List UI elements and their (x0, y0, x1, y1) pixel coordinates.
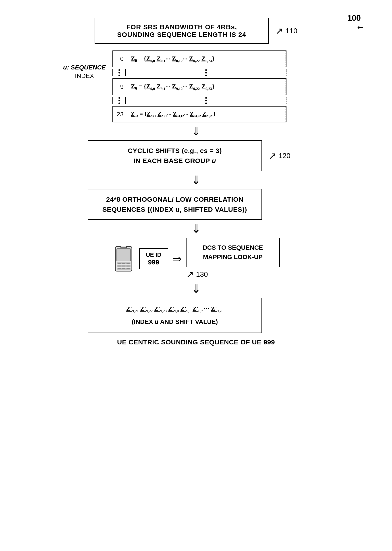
output-sublabel: (INDEX u AND SHIFT VALUE) (95, 316, 255, 327)
phone-svg (113, 246, 134, 272)
seq-content-9: Z9 = {Z9,0 Z9,1⋯ Z9,12⋯ Z9,22 Z9,23} (126, 79, 286, 95)
block-orthogonal-line1: 24*8 ORTHOGONAL/ LOW CORRELATION (97, 194, 252, 204)
dot (205, 102, 207, 104)
seq-content-23: Z23 = {Z23,0 Z23,1⋯ Z23,12⋯ Z23,22 Z23,2… (126, 107, 286, 122)
block-110-line1: FOR SRS BANDWIDTH OF 4RBs, (104, 23, 259, 31)
down-arrow-icon-1: ⇓ (191, 125, 201, 138)
block-110: FOR SRS BANDWIDTH OF 4RBs, SOUNDING SEQU… (95, 18, 269, 44)
dot (205, 69, 207, 71)
output-box: Z'9,21 Z'9,22 Z'9,23 Z'9,0 Z'9,1 Z'9,2⋯ … (88, 298, 262, 333)
svg-rect-13 (122, 268, 125, 269)
label-110-text: 110 (285, 27, 297, 35)
seq-index-9: 9 (113, 79, 126, 95)
ue-section: UE ID 999 ⇒ DCS TO SEQUENCE MAPPING LOOK… (18, 238, 374, 280)
dot (119, 100, 120, 102)
dot (119, 69, 120, 71)
dot (205, 97, 207, 99)
dots-right-1 (126, 69, 287, 76)
block-110-wrapper: FOR SRS BANDWIDTH OF 4RBs, SOUNDING SEQU… (18, 18, 374, 44)
block-130-line1: DCS TO SEQUENCE (193, 243, 273, 252)
output-box-wrapper: Z'9,21 Z'9,22 Z'9,23 Z'9,0 Z'9,1 Z'9,2⋯ … (18, 298, 374, 333)
seq-index-0: 0 (113, 51, 126, 67)
svg-rect-14 (126, 268, 130, 269)
label-120-text: 120 (279, 152, 290, 160)
block-120: CYCLIC SHIFTS (e.g., cs = 3) IN EACH BAS… (88, 140, 262, 171)
label-120: ↗ 120 (269, 150, 304, 161)
svg-rect-1 (117, 249, 131, 261)
seq-row-0: 0 Z0 = {Z0,0 Z0,1⋯ Z0,12⋯ Z0,22 Z0,23} (112, 51, 287, 67)
footer-label: UE CENTRIC SOUNDING SEQUENCE OF UE 999 (117, 338, 275, 346)
dot (205, 75, 207, 76)
dot (205, 72, 207, 73)
right-arrow-icon: ⇒ (173, 253, 182, 265)
label-130-text: 130 (196, 270, 208, 278)
block-110-line2: SOUNDING SEQUENCE LENGTH IS 24 (104, 31, 259, 38)
dot (205, 100, 207, 102)
seq-content-0: Z0 = {Z0,0 Z0,1⋯ Z0,12⋯ Z0,22 Z0,23} (126, 51, 286, 67)
ue-id-box: UE ID 999 (139, 248, 168, 269)
seq-row-23: 23 Z23 = {Z23,0 Z23,1⋯ Z23,12⋯ Z23,22 Z2… (112, 106, 287, 122)
dot (119, 97, 120, 99)
down-arrow-icon-3: ⇓ (191, 222, 201, 235)
block-130-line2: MAPPING LOOK-UP (193, 252, 273, 262)
down-arrow-icon-4: ⇓ (191, 282, 201, 296)
page: 100 ↗ FOR SRS BANDWIDTH OF 4RBs, SOUNDIN… (0, 0, 392, 551)
dot (119, 75, 120, 76)
label-110: ↗ 110 (275, 25, 297, 36)
svg-rect-12 (118, 268, 121, 269)
block-orthogonal: 24*8 ORTHOGONAL/ LOW CORRELATION SEQUENC… (88, 189, 262, 220)
dot (119, 72, 120, 73)
seq-row-9: 9 Z9 = {Z9,0 Z9,1⋯ Z9,12⋯ Z9,22 Z9,23} (112, 78, 287, 95)
ue-id-label: UE ID (144, 252, 163, 258)
dot (119, 102, 120, 104)
dots-left-2 (112, 97, 126, 104)
svg-rect-10 (122, 266, 125, 267)
down-arrow-1: ⇓ (18, 122, 374, 140)
svg-rect-8 (126, 263, 130, 264)
block-130: DCS TO SEQUENCE MAPPING LOOK-UP (186, 238, 280, 267)
down-arrow-3: ⇓ (18, 220, 374, 238)
bracket-arrow-120: ↗ (269, 150, 276, 161)
svg-rect-2 (121, 246, 126, 248)
ue-id-number: 999 (144, 258, 163, 266)
label-130: ↗ 130 (186, 269, 208, 280)
index-label: INDEX (75, 72, 94, 80)
dots-left-1 (112, 69, 126, 76)
svg-rect-9 (118, 266, 121, 267)
block-orthogonal-wrapper: 24*8 ORTHOGONAL/ LOW CORRELATION SEQUENC… (18, 189, 374, 220)
block-120-line1: CYCLIC SHIFTS (e.g., cs = 3) (97, 146, 252, 156)
sequence-table: 0 Z0 = {Z0,0 Z0,1⋯ Z0,12⋯ Z0,22 Z0,23} (112, 51, 287, 122)
seq-index-23: 23 (113, 107, 126, 122)
bracket-arrow-110: ↗ (275, 25, 283, 36)
phone-icon (112, 244, 135, 273)
block-120-line2: IN EACH BASE GROUP u (97, 156, 252, 166)
bracket-arrow-130: ↗ (186, 269, 194, 280)
dots-row-2 (112, 95, 287, 106)
down-arrow-icon-2: ⇓ (191, 173, 201, 187)
block-orthogonal-line2: SEQUENCES {(INDEX u, SHIFTED VALUES)} (97, 204, 252, 214)
down-arrow-4: ⇓ (18, 280, 374, 298)
sequence-section: u: SEQUENCE INDEX 0 Z0 = {Z0,0 Z0,1⋯ Z0,… (18, 51, 374, 122)
diagram-number: 100 (347, 13, 361, 23)
block-120-wrapper: CYCLIC SHIFTS (e.g., cs = 3) IN EACH BAS… (18, 140, 374, 171)
main-content: FOR SRS BANDWIDTH OF 4RBs, SOUNDING SEQU… (18, 18, 374, 346)
u-italic: u: SEQUENCE (63, 64, 106, 71)
dcs-box-wrapper: DCS TO SEQUENCE MAPPING LOOK-UP ↗ 130 (186, 238, 280, 280)
dots-row-1 (112, 67, 287, 78)
u-sequence-label: u: SEQUENCE INDEX (63, 64, 106, 80)
down-arrow-2: ⇓ (18, 171, 374, 189)
svg-rect-6 (118, 263, 121, 264)
svg-rect-11 (126, 266, 130, 267)
output-math: Z'9,21 Z'9,22 Z'9,23 Z'9,0 Z'9,1 Z'9,2⋯ … (95, 303, 255, 314)
svg-rect-7 (122, 263, 125, 264)
dots-right-2 (126, 97, 287, 104)
